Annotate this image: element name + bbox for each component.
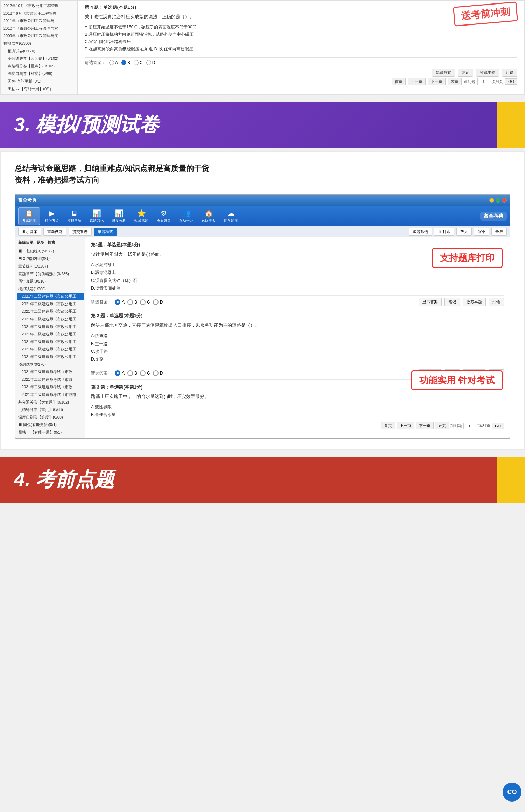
first-page-btn[interactable]: 首页 — [392, 78, 406, 85]
q1-correct[interactable]: 纠错 — [489, 298, 504, 306]
tree-zhenti[interactable]: 真题章节【前前精选】(0/285) — [17, 270, 84, 278]
go-btn[interactable]: GO — [505, 78, 517, 85]
tb-wangxue[interactable]: ☁ 网学题库 — [220, 208, 241, 225]
tree-jifentong[interactable]: 基分通关卷【大套题】(0/102) — [17, 399, 84, 406]
tree-header[interactable]: 新陈目录 题型 搜索 — [17, 239, 84, 247]
redo-btn[interactable]: 重新做题 — [43, 228, 66, 236]
hide-answer-btn[interactable]: 隐藏答案 — [432, 69, 455, 77]
minimize-btn[interactable] — [489, 198, 494, 203]
tree-neibu[interactable]: ▣ 2 内部冲刺(0/1) — [17, 255, 84, 263]
note-btn[interactable]: 笔记 — [458, 69, 473, 77]
q1-radio-c[interactable]: C — [140, 299, 150, 305]
sidebar-item-drill[interactable]: 黑钻 -- 【有能一周】(0/1) — [1, 85, 77, 93]
tree-moni-6[interactable]: 2021年二级建造师《市政公用工 — [17, 330, 84, 338]
sidebar-item-key[interactable]: 点睛得分卷【重点】(0/102) — [1, 63, 77, 70]
zoom-in-btn[interactable]: 放大 — [456, 228, 472, 236]
tree-yuce[interactable]: 预测试卷(0/170) — [17, 361, 84, 369]
q2-opt-a[interactable]: A.快速路 — [91, 332, 504, 340]
q1-show-answer[interactable]: 显示答案 — [419, 298, 442, 306]
q2-radio-d[interactable]: D — [153, 370, 163, 376]
tree-moni-1[interactable]: 2021年二级建造师《市政公用工 — [17, 293, 84, 300]
radio-c[interactable]: C — [134, 60, 143, 65]
tb-shezhi[interactable]: ⚙ 页面设置 — [153, 208, 174, 225]
tree-jichu[interactable]: ▣ 1 基础练习(5/972) — [17, 248, 84, 255]
filter-btn[interactable]: 试题筛选 — [409, 228, 432, 236]
sidebar-item-predict[interactable]: 预测试卷(0/170) — [1, 48, 77, 55]
single-mode-btn[interactable]: 单题模式 — [94, 228, 117, 236]
show-answer-btn[interactable]: 显示答案 — [18, 228, 41, 236]
q2-radio-a[interactable]: A — [115, 370, 125, 376]
q2-radio-c[interactable]: C — [140, 370, 150, 376]
radio-b-selected[interactable]: B — [121, 60, 130, 65]
option-b[interactable]: B.碾压时压路机的方向轮距而铺辅机，从路外侧向中心碾压 — [85, 31, 517, 38]
sidebar-item-2[interactable]: 2012年6月《市政公用工程管理 — [1, 10, 77, 17]
collect-btn[interactable]: 收藏本题 — [476, 69, 499, 77]
tree-moni-8[interactable]: 2021年二级建造师《市政公用工 — [17, 346, 84, 353]
close-btn[interactable] — [502, 198, 507, 203]
tb-jindu[interactable]: 📊 进度分析 — [108, 208, 130, 225]
q2-opt-d[interactable]: D.支路 — [91, 355, 504, 363]
bottom-first-btn[interactable]: 首页 — [381, 422, 395, 429]
last-page-btn[interactable]: 末页 — [448, 78, 462, 85]
tree-moni-3[interactable]: 2021年二级建造师《市政公用工 — [17, 308, 84, 315]
co-circle[interactable]: CO — [503, 783, 522, 802]
q1-note[interactable]: 笔记 — [444, 298, 460, 306]
sidebar-item-5[interactable]: 2009年《市政公用工程管理与实 — [1, 32, 77, 40]
q2-opt-b[interactable]: B.主干路 — [91, 340, 504, 348]
q1-opt-b[interactable]: B.沥青混凝土 — [91, 269, 504, 276]
tree-dianying[interactable]: 点睛得分卷【重点】(0/68) — [17, 406, 84, 414]
page-jump-input[interactable] — [477, 78, 490, 85]
q3-opt-b[interactable]: B.最佳含水量 — [91, 411, 504, 419]
zoom-out-btn[interactable]: 缩小 — [474, 228, 489, 236]
submit-btn[interactable]: 提交答卷 — [69, 228, 92, 236]
bottom-prev-btn[interactable]: 上一页 — [397, 422, 414, 429]
bottom-next-btn[interactable]: 下一页 — [416, 422, 434, 429]
sidebar-item-hard[interactable]: 深度自刷卷【难度】(0/68) — [1, 70, 77, 78]
q1-radio-b[interactable]: B — [127, 299, 137, 305]
tree-moni[interactable]: 模拟试卷(1/306) — [17, 285, 84, 293]
q3-opt-a[interactable]: A.液性界限 — [91, 403, 504, 411]
tree-linian[interactable]: 历年真题(3/510) — [17, 278, 84, 285]
tree-yuce-3[interactable]: 2021年二级建造师考试《市政 — [17, 383, 84, 391]
tree-zhangji[interactable]: 章节练习(1/3207) — [17, 263, 84, 270]
bottom-last-btn[interactable]: 末页 — [435, 422, 449, 429]
sidebar-item-mock[interactable]: 模拟试卷(0/306) — [1, 40, 77, 48]
tree-yuce-2[interactable]: 2021年二级建造师考试《市政 — [17, 376, 84, 384]
q1-collect[interactable]: 收藏本题 — [463, 298, 486, 306]
radio-a[interactable]: A — [109, 60, 118, 65]
tb-shoucang[interactable]: ⭐ 收藏试题 — [131, 208, 152, 225]
q2-opt-c[interactable]: C.次干路 — [91, 348, 504, 355]
option-c[interactable]: C.宜采用轮胎压路机碾压 — [85, 38, 517, 45]
tree-heizhuan[interactable]: 黑钻 -- 【有能一周】(0/1) — [17, 429, 84, 436]
tree-shendu[interactable]: 深度自刷卷【难度】(0/68) — [17, 414, 84, 421]
q1-radio-d[interactable]: D — [153, 299, 163, 305]
q1-opt-c[interactable]: C.沥青贯入式碎（砾）石 — [91, 277, 504, 284]
sidebar-item-dati[interactable]: 基分通关卷【大套题】(0/102) — [1, 55, 77, 63]
tb-hudong[interactable]: 👥 互动平台 — [176, 208, 197, 225]
tb-fanhui[interactable]: 🏠 返回主页 — [198, 208, 219, 225]
prev-page-btn[interactable]: 上一页 — [408, 78, 426, 85]
option-d[interactable]: D.在超高路段向高侧纵缝碾压 在加道 D 以 任何向高处碾压 — [85, 45, 517, 53]
tree-moni-2[interactable]: 2021年二级建造师《市政公用工 — [17, 300, 84, 308]
tree-moni-5[interactable]: 2021年二级建造师《市政公用工 — [17, 323, 84, 331]
tree-moni-9[interactable]: 2021年二级建造师《市政公用工 — [17, 353, 84, 361]
bottom-go-btn[interactable]: GO — [492, 423, 504, 429]
maximize-btn[interactable] — [496, 198, 500, 203]
tb-kaoshi[interactable]: 📋 考试题库 — [18, 207, 40, 225]
tree-moni-7[interactable]: 2021年二级建造师《市政公用工 — [17, 338, 84, 346]
bottom-jump-input[interactable] — [463, 423, 476, 429]
tb-cuoti[interactable]: 📊 错题强化 — [86, 208, 107, 225]
sidebar-item-3[interactable]: 2011年《市政公用工程管理与 — [1, 17, 77, 25]
correct-btn[interactable]: 纠错 — [502, 69, 517, 77]
sidebar-item-4[interactable]: 2010年《市政公用工程管理与实 — [1, 25, 77, 33]
option-a[interactable]: A.初压开始温度不低于150℃，碾压了的表面温度不低于90℃ — [85, 23, 517, 31]
q2-radio-b[interactable]: B — [127, 370, 137, 376]
tree-moni-4[interactable]: 2021年二级建造师《市政公用工 — [17, 315, 84, 323]
q1-opt-d[interactable]: D.沥青表面处治 — [91, 284, 504, 292]
sidebar-item-bag[interactable]: 圆包(有能更新)(0/1) — [1, 78, 77, 85]
tree-yuce-1[interactable]: 2021年二级建造师考试《市政 — [17, 368, 84, 376]
q1-radio-a[interactable]: A — [115, 299, 125, 305]
tree-yuanbao[interactable]: ▣ 圆包(有能更新)(0/1) — [17, 421, 84, 429]
tree-yuce-4[interactable]: 2021年二级建造师考试《市政路 — [17, 391, 84, 399]
sidebar-item-1[interactable]: 2012年10月《市政公用工程管理 — [1, 2, 77, 10]
